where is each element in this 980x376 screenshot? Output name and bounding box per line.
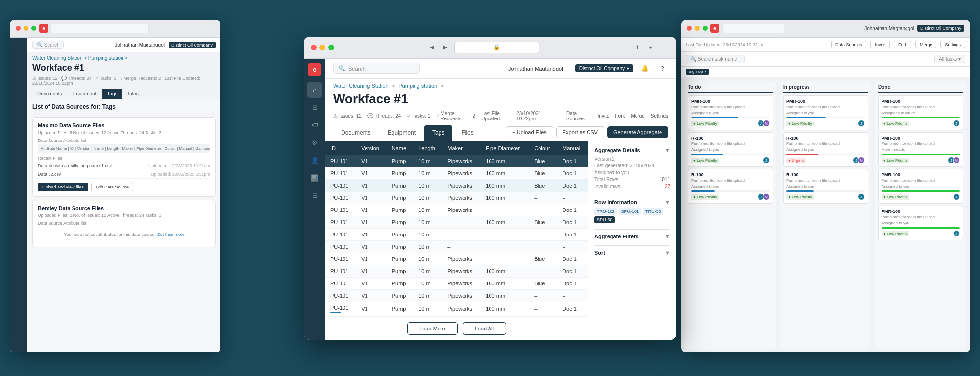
breadcrumb-pumping[interactable]: Pumping station [398,83,437,89]
left-address-bar[interactable] [51,24,149,33]
kanban-search[interactable]: 🔍 Search task name [686,55,745,63]
edit-source-btn[interactable]: Edit Data Source [91,183,133,191]
table-row[interactable]: PU-101 V1 Pump 10 m Pipeworks 100 mm Blu… [325,167,588,179]
share-icon[interactable]: ⬆ [632,43,642,52]
tasks-icon: ✓ [407,113,411,118]
right-merge-btn[interactable]: Merge [915,41,937,48]
table-row[interactable]: PU-101 V1 Pump 10 m Pipeworks Blue Doc 1 [325,253,588,265]
sidebar-item-users[interactable]: 👤 [307,153,322,168]
notification-icon[interactable]: 🔔 [639,63,651,74]
main-maximize-btn[interactable] [328,45,334,50]
nav-forward-icon[interactable]: ▶ [441,43,450,52]
table-row-partial[interactable]: PU-101 V1 Pump 10 m Pipeworks 100 mm – D… [325,302,588,316]
settings-link[interactable]: Settings [651,113,668,118]
aggregate-filters-icon[interactable]: ▼ [665,234,670,239]
table-row[interactable]: PU-101 V1 Pump 10 m Pipeworks 100 mm Blu… [325,277,588,289]
right-fork-btn[interactable]: Fork [894,41,911,48]
right-close-btn[interactable] [687,26,692,31]
main-minimize-btn[interactable] [319,45,325,50]
todo-card-3: R-100 Pump monitor room file upload Assi… [688,169,773,204]
left-tab-files[interactable]: Files [123,89,144,99]
upload-view-btn[interactable]: Upload and view files [38,183,88,191]
row-tag-4[interactable]: SPU-30 [594,216,615,223]
address-bar[interactable]: 🔒 [454,42,540,53]
table-row[interactable]: PU-101 V1 Pump 10 m – Doc 1 [325,228,588,240]
sidebar-item-tag[interactable]: 🏷 [307,118,322,133]
app-logo: e [308,63,321,76]
fork-link[interactable]: Fork [615,113,625,118]
right-invite-btn[interactable]: Invite [870,41,890,48]
right-maximize-btn[interactable] [703,26,708,31]
right-address-bar[interactable] [722,24,784,33]
table-row[interactable]: PU-101 V1 Pump 10 m Pipeworks 100 mm – – [325,191,588,204]
main-data-table: ID Version Name Length Maker Pipe Diamet… [325,141,588,317]
threads-value: 24 [395,113,401,118]
left-tab-tags[interactable]: Tags [102,89,122,99]
right-settings-btn[interactable]: Settings [940,41,965,48]
action-buttons: + Upload Files Export as CSV Generate Ag… [506,126,668,141]
main-search[interactable]: 🔍 Search [333,63,420,74]
left-minimize-btn[interactable] [24,26,28,31]
table-row[interactable]: PU-101 V1 Pump 10 m – – [325,240,588,253]
invite-link[interactable]: Invite [598,113,610,118]
table-row-highlighted[interactable]: PU-101 V1 Pump 10 m Pipeworks 100 mm Blu… [325,179,588,191]
tab-documents[interactable]: Documents [333,125,379,141]
sidebar-item-settings[interactable]: ⚙ [307,135,322,151]
export-csv-btn[interactable]: Export as CSV [556,126,604,138]
threads-label: Threads: [375,113,394,118]
row-tag-1[interactable]: TRU-102 [594,208,617,215]
row-tag-2[interactable]: SPU-101 [619,208,642,215]
right-minimize-btn[interactable] [695,26,700,31]
inprogress-footer-2: ● Urgent J M [786,157,865,164]
left-tab-documents[interactable]: Documents [32,89,67,99]
sidebar-item-layers[interactable]: ⊞ [307,100,322,116]
table-row[interactable]: PU-101 V1 Pump 10 m Pipeworks Doc 1 [325,204,588,216]
company-badge[interactable]: Distinct Oil Company ▾ [575,64,633,72]
sidebar-item-home[interactable]: ⌂ [307,82,322,98]
right-company: Distinct Oil Company [917,25,964,32]
new-tab-icon[interactable]: + [646,43,656,52]
right-data-sources-btn[interactable]: Data Sources [831,41,867,48]
file-item-1: Data file with a really long name 1.csv … [38,162,210,170]
breadcrumb-water[interactable]: Water Cleaning Station [333,83,389,89]
tab-equipment[interactable]: Equipment [380,125,423,141]
issues-icon: ⚠ [333,113,338,118]
left-tab-equipment[interactable]: Equipment [68,89,101,99]
kanban-filter[interactable]: All tasks ▾ [934,55,965,63]
generate-aggregate-btn[interactable]: Generate Aggregate [607,126,668,138]
tab-tags[interactable]: Tags [424,125,452,141]
table-row[interactable]: PU-101 V1 Pump 10 m – 100 mm Blue Doc 1 [325,216,588,228]
left-close-btn[interactable] [16,26,21,31]
left-search[interactable]: 🔍 Search [32,41,64,49]
sort-icon[interactable]: ▼ [665,250,670,256]
table-row-dark[interactable]: PU-101 V1 Pump 10 m Pipeworks 100 mm Blu… [325,155,588,167]
kanban-col-done: Done PMR-100 Pump monitor room file uplo… [875,81,966,349]
aggregate-details-icon[interactable]: ▼ [665,147,670,153]
inprogress-card-3: R-100 Pump monitor room file upload Assi… [783,169,868,204]
data-sources-link[interactable]: Data Sources [566,111,592,121]
tab-files[interactable]: Files [453,125,481,141]
row-tag-3[interactable]: TRU-30 [643,208,663,215]
inprogress-footer-3: ● Low Priority J [786,193,865,200]
load-more-btn[interactable]: Load More [407,322,458,335]
more-icon[interactable]: ⋯ [660,43,669,52]
maximo-attr-label: Data Source Attribute list [38,138,210,143]
right-last-updated: Last File Updated: 23/10/2024 10:22pm [686,42,763,47]
table-row[interactable]: PU-101 V1 Pump 10 m Pipeworks 100 mm – D… [325,265,588,277]
table-row[interactable]: PU-101 V1 Pump 10 m Pipeworks 100 mm – – [325,289,588,302]
todo-card-3-title: Pump monitor room file upload [691,178,770,183]
sign-up-chip[interactable]: Sign Up × [686,69,709,75]
sidebar-item-grid[interactable]: ⊟ [307,188,322,204]
left-maximize-btn[interactable] [31,26,36,31]
nav-back-icon[interactable]: ◀ [427,43,437,52]
ip-avatars-2: J M [854,157,865,164]
upload-files-btn[interactable]: + Upload Files [506,126,553,138]
r2-pipe: 100 mm [481,179,529,191]
help-icon[interactable]: ? [657,63,668,74]
sidebar-item-chart[interactable]: 📊 [307,170,322,186]
r2-ver: V1 [356,179,387,191]
merge-link[interactable]: Merge [631,113,645,118]
row-info-icon[interactable]: ▼ [665,199,670,205]
main-close-btn[interactable] [311,45,317,50]
load-all-btn[interactable]: Load All [463,322,506,335]
